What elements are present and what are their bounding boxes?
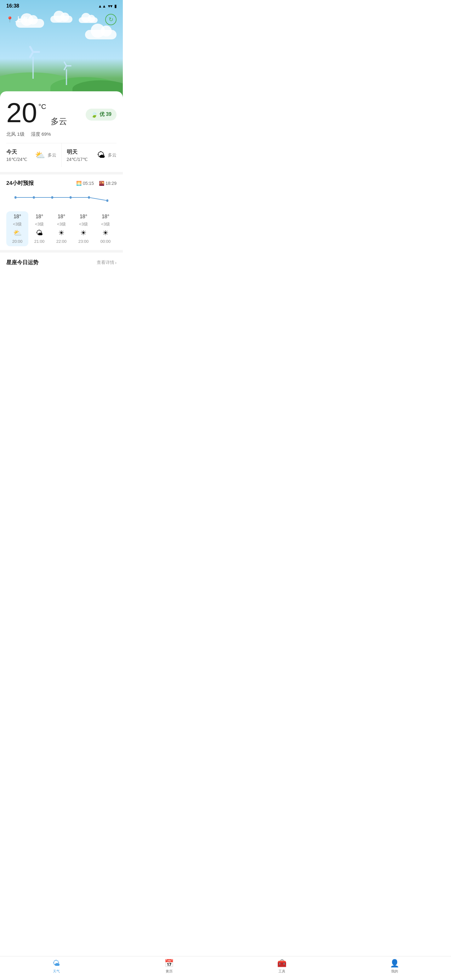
sunrise-sunset: 🌅 05:15 🌇 18:29 <box>76 181 116 186</box>
weather-card: 20 °C 多云 🍃 优 39 北风 1级 湿度 69% 今天 16℃/24℃ … <box>0 91 123 172</box>
hourly-time-1: 21:00 <box>34 239 45 244</box>
refresh-icon: ↻ <box>108 16 113 23</box>
svg-point-4 <box>88 196 90 199</box>
tomorrow-label: 明天 <box>67 148 88 156</box>
today-label: 今天 <box>6 148 27 156</box>
hourly-icon-4: ☀ <box>102 229 108 237</box>
hourly-wind-1: <3级 <box>35 221 44 227</box>
hourly-temp-3: 18° <box>80 214 87 220</box>
view-detail[interactable]: 查看详情 › <box>97 260 116 266</box>
windmill-1-head <box>28 47 38 57</box>
section-24h-header: 24小时预报 🌅 05:15 🌇 18:29 <box>6 180 116 187</box>
svg-point-0 <box>14 196 17 199</box>
aqi-value: 优 39 <box>99 111 112 118</box>
temperature-value: 20 <box>6 99 37 127</box>
temperature-chart <box>6 191 116 210</box>
temperature-unit: °C <box>38 103 46 111</box>
hourly-wind-4: <3级 <box>101 221 110 227</box>
header: 📍 上海 + ↻ <box>0 0 123 28</box>
hourly-time-2: 22:00 <box>56 239 67 244</box>
hourly-item-2: 18° <3级 ☀ 22:00 <box>50 211 72 246</box>
section-24h: 24小时预报 🌅 05:15 🌇 18:29 18° <box>0 172 123 250</box>
constellation-section[interactable]: 星座今日运势 查看详情 › <box>0 250 123 272</box>
tomorrow-condition: 多云 <box>108 153 116 158</box>
hourly-time-0: 20:00 <box>12 239 23 244</box>
hourly-temp-2: 18° <box>57 214 65 220</box>
hourly-item-3: 18° <3级 ☀ 23:00 <box>72 211 94 246</box>
sunrise-time: 05:15 <box>83 181 94 186</box>
today-condition: 多云 <box>48 153 56 158</box>
location-name: 上海 <box>15 16 28 24</box>
humidity-info: 湿度 69% <box>31 131 51 137</box>
section-24h-title: 24小时预报 <box>6 180 34 187</box>
chevron-right-icon: › <box>115 260 116 265</box>
windmill-2-pole <box>66 69 67 85</box>
tomorrow-right: 🌤 多云 <box>97 150 116 160</box>
hourly-wind-0: <3级 <box>13 221 22 227</box>
svg-point-2 <box>51 196 54 199</box>
hourly-time-4: 00:00 <box>100 239 111 244</box>
hourly-scroll[interactable]: 18° <3级 ⛅ 20:00 18° <3级 🌤 21:00 18° <3级 … <box>6 211 116 250</box>
hourly-item-0: 18° <3级 ⛅ 20:00 <box>6 211 28 246</box>
sunrise-icon: 🌅 <box>76 181 81 186</box>
tomorrow-temps: 24℃/17℃ <box>67 157 88 162</box>
sunset-time: 18:29 <box>105 181 116 186</box>
view-detail-text: 查看详情 <box>97 260 114 266</box>
wind-info: 北风 1级 <box>6 131 25 137</box>
windmill-1 <box>28 47 38 79</box>
sunrise: 🌅 05:15 <box>76 181 94 186</box>
windmill-2-head <box>63 62 70 69</box>
hourly-icon-1: 🌤 <box>36 229 43 237</box>
forecast-row: 今天 16℃/24℃ ⛅ 多云 明天 24℃/17℃ 🌤 多云 <box>6 143 116 167</box>
hourly-wind-3: <3级 <box>79 221 88 227</box>
cloud-4 <box>85 30 116 39</box>
hourly-time-3: 23:00 <box>78 239 89 244</box>
temp-chart-svg <box>6 191 116 210</box>
today-icon: ⛅ <box>35 150 45 160</box>
today-left: 今天 16℃/24℃ <box>6 148 27 162</box>
weather-condition: 多云 <box>51 116 67 127</box>
add-location-button[interactable]: + <box>31 16 35 24</box>
svg-point-5 <box>107 199 108 202</box>
blade-1-1 <box>33 51 40 53</box>
today-forecast: 今天 16℃/24℃ ⛅ 多云 <box>6 143 62 167</box>
wind-humidity: 北风 1级 湿度 69% <box>6 131 116 137</box>
hourly-temp-0: 18° <box>14 214 21 220</box>
hourly-temp-4: 18° <box>102 214 109 220</box>
hourly-icon-2: ☀ <box>58 229 65 237</box>
tomorrow-left: 明天 24℃/17℃ <box>67 148 88 162</box>
tomorrow-forecast: 明天 24℃/17℃ 🌤 多云 <box>67 143 117 167</box>
windmill-2 <box>63 62 70 85</box>
blade-2-1 <box>67 65 72 67</box>
today-right: ⛅ 多云 <box>35 150 56 160</box>
svg-point-3 <box>70 196 72 199</box>
aqi-leaf-icon: 🍃 <box>91 111 98 118</box>
hourly-wind-2: <3级 <box>57 221 66 227</box>
hourly-icon-3: ☀ <box>80 229 87 237</box>
location-icon: 📍 <box>6 16 13 23</box>
blade-1-3 <box>29 45 34 52</box>
sunset: 🌇 18:29 <box>99 181 116 186</box>
nav-spacer <box>0 272 123 298</box>
blade-2-3 <box>63 61 67 66</box>
temp-left: 20 °C 多云 <box>6 99 67 127</box>
location-area[interactable]: 📍 上海 + <box>6 16 35 24</box>
today-temps: 16℃/24℃ <box>6 157 27 162</box>
main-temp-row: 20 °C 多云 🍃 优 39 <box>6 99 116 127</box>
tomorrow-icon: 🌤 <box>97 150 105 160</box>
refresh-button[interactable]: ↻ <box>105 14 116 25</box>
sunset-icon: 🌇 <box>99 181 104 186</box>
aqi-badge: 🍃 优 39 <box>86 109 116 121</box>
hourly-icon-0: ⛅ <box>13 229 22 237</box>
hourly-item-4: 18° <3级 ☀ 00:00 <box>94 211 116 246</box>
hourly-item-1: 18° <3级 🌤 21:00 <box>28 211 50 246</box>
hourly-temp-1: 18° <box>36 214 43 220</box>
windmill-1-pole <box>32 57 34 79</box>
svg-point-1 <box>33 196 35 199</box>
constellation-title: 星座今日运势 <box>6 259 38 266</box>
